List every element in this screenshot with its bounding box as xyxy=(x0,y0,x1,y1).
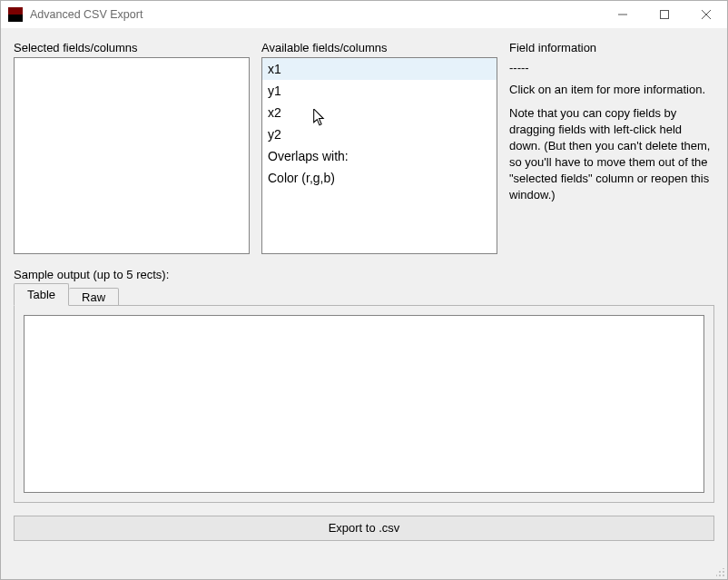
list-item[interactable]: x1 xyxy=(262,58,497,80)
client-area: Selected fields/columns Available fields… xyxy=(1,28,727,579)
window-title: Advanced CSV Export xyxy=(30,8,602,21)
info-line1: Click on an item for more information. xyxy=(509,82,714,98)
app-icon xyxy=(8,7,23,22)
selected-label: Selected fields/columns xyxy=(14,41,250,54)
list-item[interactable]: y1 xyxy=(262,80,497,102)
window-frame: Advanced CSV Export Selected fields/colu… xyxy=(0,0,728,580)
available-fields-list[interactable]: x1y1x2y2Overlaps with:Color (r,g,b) xyxy=(261,57,497,254)
sample-section: Sample output (up to 5 rects): Table Raw xyxy=(14,268,714,503)
svg-rect-1 xyxy=(661,11,669,19)
tab-strip: Table Raw xyxy=(14,284,714,305)
tab-raw[interactable]: Raw xyxy=(69,288,119,307)
sample-output-box[interactable] xyxy=(24,315,704,493)
info-separator: ----- xyxy=(509,60,714,76)
info-body: ----- Click on an item for more informat… xyxy=(509,60,714,203)
resize-grip[interactable] xyxy=(714,566,725,577)
maximize-icon xyxy=(660,10,669,19)
export-button[interactable]: Export to .csv xyxy=(14,516,714,541)
window-buttons xyxy=(602,1,727,28)
minimize-button[interactable] xyxy=(602,1,644,28)
list-item[interactable]: x2 xyxy=(262,102,497,123)
maximize-button[interactable] xyxy=(644,1,685,28)
info-column: Field information ----- Click on an item… xyxy=(509,41,714,254)
close-button[interactable] xyxy=(685,1,727,28)
tab-panel xyxy=(14,305,714,503)
available-label: Available fields/columns xyxy=(261,41,497,54)
titlebar[interactable]: Advanced CSV Export xyxy=(1,1,727,28)
sample-label: Sample output (up to 5 rects): xyxy=(14,268,714,281)
selected-column: Selected fields/columns xyxy=(14,41,250,254)
columns-row: Selected fields/columns Available fields… xyxy=(14,41,714,254)
info-line2: Note that you can copy fields by draggin… xyxy=(509,105,714,203)
tab-table[interactable]: Table xyxy=(14,283,69,306)
minimize-icon xyxy=(618,10,627,19)
info-header: Field information xyxy=(509,41,714,54)
list-item[interactable]: y2 xyxy=(262,123,497,145)
list-item[interactable]: Overlaps with: xyxy=(262,145,497,167)
close-icon xyxy=(702,10,711,19)
available-column: Available fields/columns x1y1x2y2Overlap… xyxy=(261,41,497,254)
list-item[interactable]: Color (r,g,b) xyxy=(262,167,497,189)
selected-fields-list[interactable] xyxy=(14,57,250,254)
